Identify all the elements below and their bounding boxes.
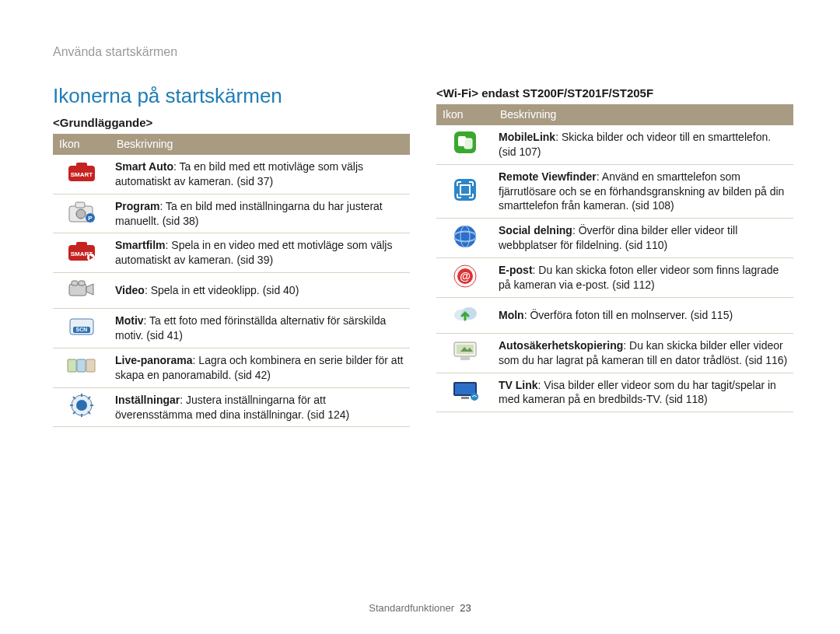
row-text: : Visa bilder eller videor som du har ta…	[499, 379, 776, 406]
svg-point-38	[454, 226, 476, 247]
cell-desc: TV Link: Visa bilder eller videor som du…	[494, 373, 793, 412]
cell-desc: Video: Spela in ett videoklipp. (sid 40)	[110, 273, 410, 309]
svg-rect-51	[455, 384, 475, 394]
cell-desc: Smartfilm: Spela in en video med ett mot…	[110, 233, 410, 273]
row-label: Autosäkerhetskopiering	[499, 339, 623, 352]
svg-rect-35	[464, 138, 472, 149]
svg-text:SCN: SCN	[76, 327, 88, 332]
table-row: MobileLink: Skicka bilder och videor til…	[436, 125, 793, 164]
row-label: TV Link	[499, 379, 538, 391]
svg-rect-52	[461, 397, 469, 399]
footer-page-number: 23	[460, 602, 471, 614]
tvlink-icon	[436, 373, 494, 412]
table-row: @ E-post: Du kan skicka foton eller vide…	[436, 258, 793, 298]
svg-line-32	[73, 412, 75, 414]
table-row: Moln: Överföra foton till en molnserver.…	[436, 297, 793, 333]
wifi-col-desc: Beskrivning	[494, 104, 793, 125]
video-icon	[53, 273, 110, 309]
table-row: P Program: Ta en bild med inställningarn…	[53, 194, 410, 233]
svg-line-31	[88, 397, 90, 399]
svg-text:P: P	[88, 215, 93, 222]
row-label: Smart Auto	[115, 160, 173, 173]
svg-text:@: @	[460, 270, 471, 282]
column-basic: Ikonerna på startskärmen <Grundläggande>…	[53, 84, 410, 427]
svg-point-24	[76, 400, 87, 411]
row-text: : Spela in ett videoklipp. (sid 40)	[145, 284, 299, 296]
svg-point-5	[76, 209, 86, 219]
table-row: SMART Smart Auto: Ta en bild med ett mot…	[53, 155, 410, 194]
cell-desc: Moln: Överföra foton till en molnserver.…	[494, 297, 793, 333]
breadcrumb: Använda startskärmen	[53, 45, 793, 59]
row-label: E-post	[499, 264, 533, 276]
table-row: Inställningar: Justera inställningarna f…	[53, 387, 410, 427]
svg-line-30	[88, 412, 90, 414]
settings-icon	[53, 387, 110, 427]
svg-rect-49	[460, 357, 470, 360]
social-share-icon	[436, 219, 494, 258]
smart-auto-icon: SMART	[53, 155, 110, 194]
autobackup-icon	[436, 333, 494, 373]
row-text: : Överföra foton till en molnserver. (si…	[524, 309, 733, 321]
two-column-area: Ikonerna på startskärmen <Grundläggande>…	[53, 84, 793, 427]
table-row: SMART Smartfilm: Spela in en video med e…	[53, 233, 410, 273]
email-icon: @	[436, 258, 494, 298]
table-row: Live-panorama: Lagra och kombinera en se…	[53, 348, 410, 387]
page-title: Ikonerna på startskärmen	[53, 84, 410, 108]
row-label: Moln	[499, 309, 524, 321]
svg-rect-14	[72, 281, 78, 285]
table-row: SCN Motiv: Ta ett foto med förinställda …	[53, 309, 410, 349]
row-text: : Ta ett foto med förinställda alternati…	[115, 314, 386, 342]
cloud-icon	[436, 297, 494, 333]
svg-rect-20	[68, 359, 76, 372]
table-row: Social delning: Överför dina bilder elle…	[436, 219, 793, 258]
svg-line-29	[73, 397, 75, 399]
column-wifi: <Wi-Fi> endast ST200F/ST201F/ST205F Ikon…	[436, 84, 793, 427]
cell-desc: E-post: Du kan skicka foton eller videor…	[494, 258, 793, 298]
basic-col-desc: Beskrivning	[110, 134, 410, 155]
svg-marker-16	[86, 284, 93, 295]
cell-desc: Motiv: Ta ett foto med förinställda alte…	[110, 309, 410, 349]
row-label: Motiv	[115, 314, 144, 327]
basic-col-icon: Ikon	[53, 134, 110, 155]
cell-desc: Remote Viewfinder: Använd en smarttelefo…	[494, 164, 793, 219]
table-row: Video: Spela in ett videoklipp. (sid 40)	[53, 273, 410, 309]
row-text: : Du kan skicka foton eller videor som f…	[499, 264, 779, 291]
wifi-table: Ikon Beskrivning MobileLink: Skicka bild…	[436, 104, 793, 412]
row-label: Video	[115, 284, 145, 296]
page-footer: Standardfunktioner 23	[0, 602, 840, 614]
svg-rect-4	[75, 202, 85, 208]
row-label: Remote Viewfinder	[499, 170, 597, 183]
svg-point-53	[471, 393, 478, 401]
footer-label: Standardfunktioner	[369, 602, 454, 614]
cell-desc: Program: Ta en bild med inställningarna …	[110, 194, 410, 233]
row-label: Program	[115, 200, 160, 212]
row-label: Live-panorama	[115, 354, 193, 366]
smartfilm-icon: SMART	[53, 233, 110, 273]
cell-desc: Social delning: Överför dina bilder elle…	[494, 219, 793, 258]
remote-viewfinder-icon	[436, 164, 494, 219]
basic-heading: <Grundläggande>	[53, 116, 410, 129]
row-label: Social delning	[499, 224, 572, 236]
table-row: Autosäkerhetskopiering: Du kan skicka bi…	[436, 333, 793, 373]
cell-desc: Live-panorama: Lagra och kombinera en se…	[110, 348, 410, 387]
wifi-heading: <Wi-Fi> endast ST200F/ST201F/ST205F	[436, 86, 793, 100]
cell-desc: MobileLink: Skicka bilder och videor til…	[494, 125, 793, 164]
mobilelink-icon	[436, 125, 494, 164]
row-label: Smartfilm	[115, 239, 166, 251]
svg-text:SMART: SMART	[71, 171, 93, 178]
scene-icon: SCN	[53, 309, 110, 349]
row-label: Inställningar	[115, 394, 180, 406]
panorama-icon	[53, 348, 110, 387]
table-row: Remote Viewfinder: Använd en smarttelefo…	[436, 164, 793, 219]
row-label: MobileLink	[499, 131, 555, 143]
svg-rect-21	[77, 359, 86, 372]
table-row: TV Link: Visa bilder eller videor som du…	[436, 373, 793, 412]
svg-rect-15	[79, 281, 85, 285]
svg-rect-1	[76, 163, 87, 168]
basic-table: Ikon Beskrivning SMART Smart Auto: Ta en…	[53, 134, 410, 427]
svg-rect-22	[86, 359, 95, 372]
program-icon: P	[53, 194, 110, 233]
cell-desc: Inställningar: Justera inställningarna f…	[110, 387, 410, 427]
manual-page: Använda startskärmen Ikonerna på startsk…	[0, 0, 840, 634]
cell-desc: Autosäkerhetskopiering: Du kan skicka bi…	[494, 333, 793, 373]
